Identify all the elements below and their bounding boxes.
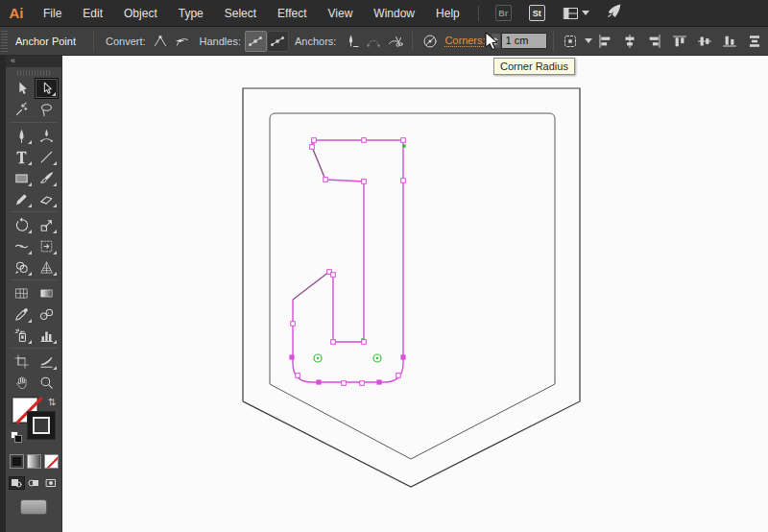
- menu-type[interactable]: Type: [168, 0, 214, 27]
- perspective-grid-tool[interactable]: [35, 256, 59, 278]
- draw-normal-button[interactable]: [9, 476, 25, 490]
- menu-window[interactable]: Window: [363, 0, 425, 27]
- anchor-point[interactable]: [360, 381, 365, 386]
- menu-file[interactable]: File: [33, 0, 72, 27]
- panel-grip[interactable]: [1, 31, 8, 52]
- anchor-point-selected[interactable]: [289, 354, 294, 359]
- stock-button[interactable]: St: [529, 5, 545, 21]
- anchor-point[interactable]: [342, 381, 347, 386]
- type-tool[interactable]: [10, 146, 34, 167]
- align-vertical-center-button[interactable]: [694, 31, 716, 52]
- selection-tool[interactable]: [10, 78, 34, 99]
- align-horizontal-center-button[interactable]: [619, 31, 641, 52]
- bridge-button[interactable]: Br: [495, 5, 512, 21]
- free-transform-tool[interactable]: [35, 235, 59, 256]
- anchor-point-selected[interactable]: [316, 379, 321, 384]
- j-letter-path[interactable]: [293, 140, 403, 382]
- hand-tool[interactable]: [10, 372, 34, 393]
- pencil-tool[interactable]: [10, 188, 34, 209]
- menu-effect[interactable]: Effect: [267, 0, 317, 27]
- eyedropper-tool[interactable]: [10, 303, 34, 325]
- slice-tool[interactable]: [35, 351, 59, 372]
- swap-fill-stroke-icon[interactable]: ⇄: [47, 398, 58, 405]
- shape-builder-tool[interactable]: [10, 256, 34, 278]
- align-vertical-bottom-button[interactable]: [719, 31, 741, 52]
- panel-drag-grip[interactable]: [17, 70, 50, 76]
- menu-select[interactable]: Select: [214, 0, 267, 27]
- anchor-point[interactable]: [331, 273, 336, 278]
- anchor-point[interactable]: [296, 374, 300, 378]
- rotate-tool[interactable]: [10, 214, 34, 235]
- anchor-point[interactable]: [396, 374, 401, 378]
- line-segment-tool[interactable]: [35, 146, 59, 167]
- blend-tool[interactable]: [35, 303, 59, 325]
- default-fill-stroke-icon[interactable]: [11, 431, 23, 443]
- symbol-sprayer-tool[interactable]: [10, 325, 34, 346]
- corner-radius-input[interactable]: 1 cm: [501, 33, 547, 49]
- distribute-vertical-center-button[interactable]: [744, 31, 766, 52]
- anchor-point-selected[interactable]: [376, 379, 381, 384]
- zoom-tool[interactable]: [35, 372, 59, 393]
- artboard-tool[interactable]: [10, 351, 34, 372]
- align-horizontal-left-button[interactable]: [594, 31, 616, 52]
- remove-anchor-button[interactable]: [340, 31, 362, 52]
- share-button[interactable]: [606, 3, 622, 23]
- anchor-point[interactable]: [324, 178, 328, 182]
- gradient-button[interactable]: [27, 454, 41, 469]
- chevron-down-icon[interactable]: [585, 38, 592, 43]
- none-button[interactable]: [44, 454, 59, 469]
- color-button[interactable]: [10, 454, 24, 469]
- anchor-point-selected[interactable]: [400, 354, 405, 359]
- anchor-point[interactable]: [401, 138, 406, 143]
- menu-edit[interactable]: Edit: [72, 0, 113, 27]
- corners-link[interactable]: Corners:: [444, 35, 485, 47]
- draw-inside-button[interactable]: [43, 476, 60, 490]
- column-graph-tool[interactable]: [35, 325, 59, 346]
- isolate-object-button[interactable]: [419, 31, 441, 52]
- mesh-tool[interactable]: [10, 282, 34, 303]
- show-handles-button[interactable]: [245, 31, 267, 52]
- direct-selection-tool[interactable]: [35, 78, 59, 99]
- curvature-tool[interactable]: [35, 125, 59, 146]
- anchor-points: [289, 138, 405, 386]
- width-tool[interactable]: [10, 235, 34, 256]
- convert-to-smooth-button[interactable]: [172, 31, 194, 52]
- live-corner-widget-dot: [376, 357, 378, 359]
- toolbar-divider: [10, 279, 58, 280]
- align-horizontal-right-button[interactable]: [644, 31, 666, 52]
- collapse-panel-icon[interactable]: «: [6, 56, 61, 67]
- menu-help[interactable]: Help: [425, 0, 470, 27]
- connect-anchors-button[interactable]: [362, 31, 384, 52]
- anchor-point[interactable]: [362, 138, 367, 143]
- anchor-point[interactable]: [362, 180, 367, 184]
- banner-inner-shape[interactable]: [270, 113, 555, 459]
- anchor-point[interactable]: [401, 179, 406, 183]
- gradient-tool[interactable]: [35, 282, 59, 303]
- paintbrush-tool[interactable]: [35, 167, 59, 188]
- hide-handles-button[interactable]: [267, 31, 289, 52]
- artboard-canvas[interactable]: [62, 56, 768, 532]
- banner-outer-shape[interactable]: [243, 88, 580, 487]
- menu-object[interactable]: Object: [113, 0, 168, 27]
- convert-to-corner-button[interactable]: [150, 31, 172, 52]
- workspace-switcher-button[interactable]: [563, 7, 589, 20]
- scale-tool[interactable]: [35, 214, 59, 235]
- anchor-point[interactable]: [331, 340, 336, 345]
- stroke-swatch-active[interactable]: [28, 412, 55, 439]
- eraser-tool[interactable]: [35, 188, 59, 209]
- anchor-point[interactable]: [310, 145, 315, 150]
- screen-mode-button[interactable]: [20, 499, 47, 515]
- menu-view[interactable]: View: [318, 0, 364, 27]
- rectangle-tool[interactable]: [10, 167, 34, 188]
- anchor-point[interactable]: [312, 138, 317, 143]
- pen-tool[interactable]: [10, 125, 34, 146]
- lasso-tool[interactable]: [35, 99, 59, 120]
- select-similar-button[interactable]: [560, 31, 582, 52]
- anchor-point[interactable]: [362, 340, 367, 345]
- cut-path-button[interactable]: [384, 31, 406, 52]
- draw-behind-button[interactable]: [26, 476, 42, 490]
- align-vertical-top-button[interactable]: [669, 31, 691, 52]
- magic-wand-tool[interactable]: [10, 99, 34, 120]
- toolbar-divider: [10, 211, 58, 212]
- anchor-point[interactable]: [291, 322, 296, 326]
